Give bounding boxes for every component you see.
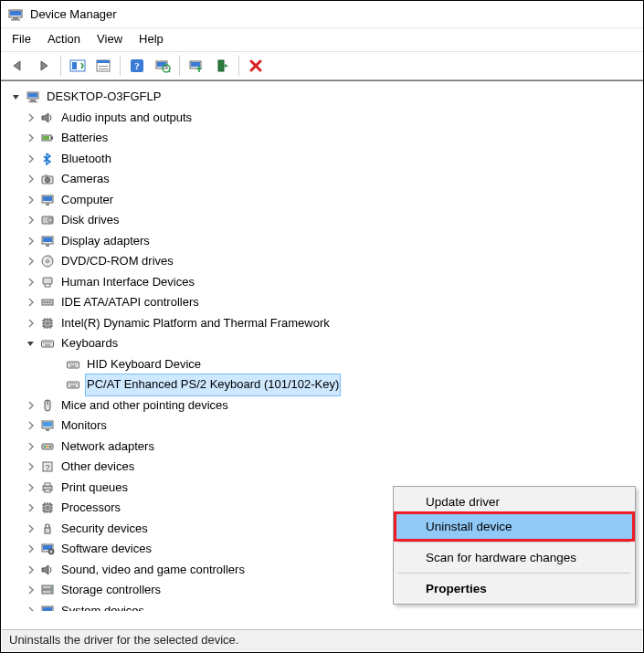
tree-label[interactable]: Network adapters	[59, 436, 156, 458]
chevron-icon[interactable]	[25, 194, 37, 206]
chevron-icon[interactable]	[25, 399, 37, 412]
svg-rect-51	[50, 342, 51, 343]
tree-category-bluetooth[interactable]: Bluetooth	[6, 149, 643, 170]
tree-category-chip[interactable]: Intel(R) Dynamic Platform and Thermal Fr…	[6, 313, 643, 334]
menu-action[interactable]: Action	[48, 32, 80, 46]
chevron-icon[interactable]	[50, 358, 63, 371]
tree-label[interactable]: Monitors	[59, 415, 109, 437]
enable-device-button[interactable]	[210, 55, 234, 77]
ctx-scan-hardware[interactable]: Scan for hardware changes	[396, 545, 632, 570]
scan-hardware-button[interactable]	[151, 55, 174, 77]
tree-label[interactable]: IDE ATA/ATAPI controllers	[59, 291, 201, 314]
tree-category-network[interactable]: Network adapters	[6, 437, 643, 458]
chevron-icon[interactable]	[25, 481, 37, 494]
tree-category-monitor2[interactable]: Monitors	[6, 416, 643, 437]
chevron-icon[interactable]	[25, 235, 37, 248]
chevron-icon[interactable]	[25, 460, 37, 473]
device-icon	[65, 356, 81, 373]
chevron-icon[interactable]	[25, 522, 37, 535]
chevron-icon[interactable]	[25, 501, 37, 514]
tree-label[interactable]: Security devices	[59, 518, 150, 541]
svg-rect-45	[46, 321, 49, 325]
tree-root-label[interactable]: DESKTOP-O3FGFLP	[45, 86, 163, 109]
tree-category-camera[interactable]: Cameras	[6, 169, 643, 190]
tree-category-battery[interactable]: Batteries	[6, 128, 643, 149]
tree-category-ide[interactable]: IDE ATA/ATAPI controllers	[6, 292, 643, 313]
chevron-icon[interactable]	[25, 605, 37, 611]
tree-label[interactable]: Display adapters	[59, 230, 152, 253]
chevron-icon[interactable]	[25, 153, 37, 165]
tree-label[interactable]: Print queues	[59, 477, 130, 500]
ctx-properties[interactable]: Properties	[396, 576, 632, 601]
ctx-update-driver[interactable]: Update driver	[396, 490, 632, 514]
tree-category-other[interactable]: ?Other devices	[6, 457, 643, 478]
chevron-icon[interactable]	[25, 296, 37, 309]
tree-category-speaker[interactable]: Audio inputs and outputs	[6, 108, 643, 129]
back-button[interactable]	[6, 55, 30, 77]
device-icon	[39, 130, 56, 146]
svg-rect-72	[44, 446, 46, 448]
tree-label[interactable]: Computer	[59, 189, 115, 212]
uninstall-device-button[interactable]	[244, 55, 268, 77]
tree-label[interactable]: Human Interface Devices	[59, 271, 196, 294]
tree-label[interactable]: HID Keyboard Device	[85, 353, 203, 376]
svg-text:?: ?	[134, 60, 140, 71]
tree-label[interactable]: Batteries	[59, 127, 110, 150]
tree-label[interactable]: System devices	[59, 600, 146, 612]
chevron-icon[interactable]	[25, 440, 37, 453]
tree-label[interactable]: Software devices	[59, 538, 153, 561]
tree-label[interactable]: Sound, video and game controllers	[59, 559, 247, 582]
menu-view[interactable]: View	[97, 32, 122, 46]
tree-device-keyboard-1[interactable]: PC/AT Enhanced PS/2 Keyboard (101/102-Ke…	[6, 374, 643, 395]
menu-file[interactable]: File	[12, 32, 31, 46]
chevron-icon[interactable]	[25, 542, 37, 555]
chevron-icon[interactable]	[25, 214, 37, 226]
tree-label[interactable]: Processors	[59, 497, 122, 520]
statusbar: Uninstalls the driver for the selected d…	[2, 629, 642, 651]
tree-root-node[interactable]: DESKTOP-O3FGFLP	[6, 87, 643, 108]
chevron-icon[interactable]	[25, 317, 37, 330]
tree-label[interactable]: Other devices	[59, 456, 136, 479]
tree-label[interactable]: PC/AT Enhanced PS/2 Keyboard (101/102-Ke…	[85, 374, 341, 396]
chevron-icon[interactable]	[25, 276, 37, 289]
chevron-icon[interactable]	[25, 419, 37, 432]
svg-rect-2	[13, 17, 18, 19]
tree-category-mouse[interactable]: Mice and other pointing devices	[6, 395, 643, 416]
tree-category-display[interactable]: Display adapters	[6, 231, 643, 252]
properties-toolbar-button[interactable]	[91, 55, 115, 77]
help-button[interactable]: ?	[125, 55, 149, 77]
tree-label[interactable]: Keyboards	[59, 332, 120, 355]
toolbar-separator	[238, 56, 239, 76]
svg-rect-69	[43, 422, 52, 427]
tree-device-keyboard-0[interactable]: HID Keyboard Device	[6, 354, 643, 375]
chevron-icon[interactable]	[25, 255, 37, 268]
tree-category-dvd[interactable]: DVD/CD-ROM drives	[6, 251, 643, 272]
tree-category-monitor[interactable]: Computer	[6, 190, 643, 211]
chevron-icon[interactable]	[25, 111, 37, 124]
chevron-icon[interactable]	[10, 90, 23, 103]
tree-label[interactable]: Audio inputs and outputs	[59, 107, 194, 130]
tree-label[interactable]: Cameras	[59, 168, 111, 191]
chevron-icon[interactable]	[25, 132, 37, 144]
tree-category-disk[interactable]: Disk drives	[6, 210, 643, 231]
chevron-icon[interactable]	[25, 173, 37, 185]
chevron-icon[interactable]	[50, 378, 63, 391]
chevron-icon[interactable]	[25, 584, 37, 596]
tree-category-keyboard[interactable]: Keyboards	[6, 333, 643, 354]
ctx-uninstall-device[interactable]: Uninstall device	[396, 514, 632, 539]
tree-label[interactable]: Storage controllers	[59, 579, 163, 602]
chevron-icon[interactable]	[25, 337, 37, 350]
tree-label[interactable]: Disk drives	[59, 209, 121, 232]
tree-label[interactable]: Intel(R) Dynamic Platform and Thermal Fr…	[59, 312, 332, 335]
showhide-button[interactable]	[66, 55, 90, 77]
tree-label[interactable]: DVD/CD-ROM drives	[59, 250, 175, 273]
tree-category-hid[interactable]: Human Interface Devices	[6, 272, 643, 293]
device-tree-pane[interactable]: DESKTOP-O3FGFLPAudio inputs and outputsB…	[1, 80, 643, 611]
chevron-icon[interactable]	[25, 563, 37, 576]
forward-button[interactable]	[32, 55, 56, 77]
update-driver-button[interactable]	[185, 55, 208, 77]
svg-rect-21	[28, 101, 37, 102]
tree-label[interactable]: Mice and other pointing devices	[59, 395, 230, 417]
menu-help[interactable]: Help	[139, 32, 164, 46]
tree-label[interactable]: Bluetooth	[59, 148, 113, 171]
